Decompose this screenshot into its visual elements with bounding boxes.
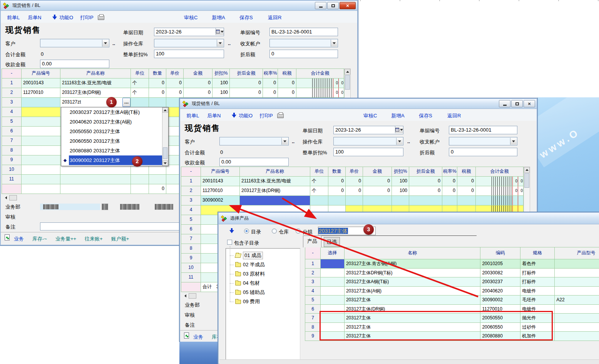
- grid-cell[interactable]: 个: [310, 186, 328, 196]
- grid-cell[interactable]: [22, 127, 60, 136]
- grid-cell-total[interactable]: 00: [476, 186, 524, 196]
- chevron-down-icon[interactable]: [281, 138, 288, 145]
- column-header[interactable]: 产品型号: [555, 247, 599, 259]
- dropdown-item[interactable]: 20080880 203127主体: [61, 146, 162, 155]
- column-header[interactable]: 数量: [328, 167, 346, 177]
- grid-cell[interactable]: 20030082: [480, 269, 520, 278]
- dropdown-item[interactable]: 20060550 203127主体: [61, 136, 162, 146]
- business-doc-icon[interactable]: [184, 332, 189, 339]
- new-button[interactable]: 新增A: [391, 112, 405, 119]
- chevron-down-icon[interactable]: [217, 40, 223, 47]
- grid-cell[interactable]: 打标件: [520, 269, 555, 278]
- dropdown-scrollbar[interactable]: [162, 107, 168, 166]
- grid-cell[interactable]: [149, 98, 166, 107]
- chevron-down-icon[interactable]: [396, 138, 403, 145]
- grid-cell-total[interactable]: 00: [476, 177, 524, 186]
- column-header[interactable]: 产品编号: [201, 167, 240, 177]
- grid-cell[interactable]: 100: [212, 78, 230, 88]
- customer-combo[interactable]: [40, 39, 109, 47]
- grid-cell[interactable]: [310, 196, 328, 205]
- grid-cell[interactable]: 10: [2, 165, 22, 175]
- column-header[interactable]: 税率%: [263, 69, 278, 78]
- tree-item[interactable]: 02 半成品: [226, 260, 300, 269]
- grid-cell[interactable]: 30090002: [201, 196, 240, 205]
- audit-button[interactable]: 审核C: [363, 112, 377, 119]
- chevron-down-icon[interactable]: [510, 138, 517, 145]
- grid-cell[interactable]: 4: [181, 205, 201, 215]
- column-header[interactable]: -: [305, 247, 321, 259]
- grid-cell[interactable]: 0: [184, 88, 212, 98]
- grid-cell[interactable]: 20030237: [480, 277, 520, 287]
- chevron-down-icon[interactable]: [331, 40, 337, 47]
- grid-cell[interactable]: 打标件: [520, 277, 555, 287]
- column-header[interactable]: 单位: [131, 69, 149, 78]
- grid-cell[interactable]: 203127主体(DR铜): [60, 88, 131, 98]
- grid-cell[interactable]: 1: [181, 177, 201, 186]
- discount-input[interactable]: 100: [333, 148, 403, 156]
- tree-item[interactable]: 09 费用: [226, 297, 300, 306]
- grid-cell[interactable]: [131, 165, 149, 175]
- grid-cell[interactable]: 30090002: [480, 296, 520, 305]
- grid-cell[interactable]: 5: [181, 215, 201, 225]
- functions-button[interactable]: 功能O: [59, 14, 73, 21]
- grid-cell[interactable]: 211163主体.亚光黑/电镀: [60, 78, 131, 88]
- column-header[interactable]: 合计金额: [476, 167, 524, 177]
- column-header[interactable]: 税额: [457, 167, 476, 177]
- footer-link[interactable]: 业务量++: [55, 236, 76, 242]
- grid-cell[interactable]: 3: [2, 98, 22, 107]
- grid-cell[interactable]: 着色件: [520, 259, 555, 269]
- tree-item[interactable]: 01 成品: [226, 251, 300, 260]
- grid-cell[interactable]: [409, 196, 442, 205]
- functions-button[interactable]: 功能O: [239, 112, 253, 119]
- date-picker-button[interactable]: [395, 126, 403, 133]
- grid-cell[interactable]: [555, 269, 599, 278]
- tree-item[interactable]: 04 包材: [226, 279, 300, 288]
- titlebar[interactable]: 现货销售 / BL ×: [180, 99, 537, 109]
- grid-cell[interactable]: 100: [392, 177, 409, 186]
- column-header[interactable]: 选择: [321, 247, 345, 259]
- warehouse-combo[interactable]: [154, 39, 224, 47]
- column-header[interactable]: 金额: [184, 69, 212, 78]
- grid-cell[interactable]: 0: [457, 186, 476, 196]
- grid-cell[interactable]: [131, 184, 149, 194]
- grid-cell[interactable]: 2: [181, 186, 201, 196]
- grid-cell[interactable]: [392, 196, 409, 205]
- return-button[interactable]: 返回R: [447, 112, 461, 119]
- grid-cell[interactable]: 6: [181, 225, 201, 234]
- close-button[interactable]: ×: [340, 2, 356, 9]
- grid-cell[interactable]: 20010205: [480, 259, 520, 269]
- grid-cell[interactable]: [22, 117, 60, 127]
- grid-cell[interactable]: 203127主体A铜(T标): [345, 277, 481, 287]
- grid-cell-total[interactable]: 00: [296, 88, 344, 98]
- tree-item[interactable]: 03 原材料: [226, 269, 300, 279]
- grid-cell[interactable]: [22, 136, 60, 146]
- grid-cell[interactable]: 9: [2, 155, 22, 165]
- grid-cell[interactable]: 0: [442, 186, 457, 196]
- printer-icon[interactable]: [277, 114, 284, 118]
- date-input[interactable]: 2023-12-26: [333, 126, 403, 134]
- grid-cell[interactable]: [555, 323, 599, 332]
- paid-input[interactable]: 0.00: [40, 60, 109, 68]
- include-sub-checkbox[interactable]: [227, 240, 232, 245]
- column-header[interactable]: 名称: [345, 247, 481, 259]
- grid-cell[interactable]: 0: [409, 186, 442, 196]
- column-header[interactable]: 单价: [166, 69, 184, 78]
- grid-cell[interactable]: 0: [346, 186, 363, 196]
- grid-cell[interactable]: 6: [305, 305, 321, 314]
- printer-icon[interactable]: [98, 15, 104, 20]
- grid-cell[interactable]: 20010143: [22, 78, 60, 88]
- grid-cell[interactable]: 203127主体DR铜(T标): [345, 269, 481, 278]
- grid-cell[interactable]: 2: [2, 88, 22, 98]
- column-header[interactable]: 数量: [149, 69, 166, 78]
- grid-cell[interactable]: [181, 282, 201, 292]
- grid-cell[interactable]: 203127主体(DR铜): [240, 186, 310, 196]
- grid-cell[interactable]: A22: [555, 296, 599, 305]
- grid-cell[interactable]: 毛坯件: [520, 296, 555, 305]
- dropdown-item[interactable]: 20050550 203127主体: [61, 127, 162, 136]
- grid-cell[interactable]: 7: [181, 234, 201, 244]
- grid-cell[interactable]: 8: [2, 146, 22, 155]
- grid-cell[interactable]: 7: [305, 314, 321, 323]
- customer-combo[interactable]: [219, 137, 289, 145]
- column-header[interactable]: 产品名称: [240, 167, 310, 177]
- dropdown-item[interactable]: 20030237 203127主体A铜(T标): [61, 107, 162, 117]
